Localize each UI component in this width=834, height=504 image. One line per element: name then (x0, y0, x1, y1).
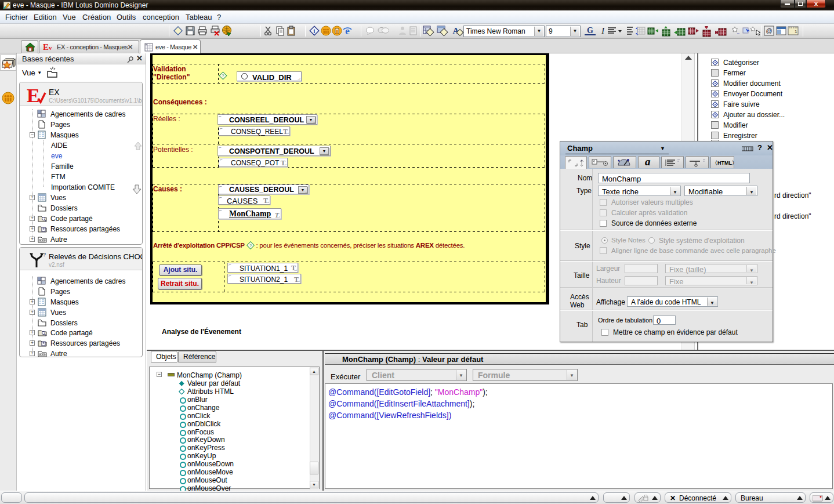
svg-text:i: i (314, 28, 316, 34)
svg-text:?: ? (43, 252, 46, 258)
svg-text:?: ? (249, 244, 252, 248)
svg-text:e: e (345, 26, 350, 37)
svg-text:?: ? (222, 74, 224, 78)
svg-text:E: E (27, 87, 40, 104)
svg-text:1: 1 (795, 29, 797, 34)
svg-text:@: @ (766, 27, 772, 34)
